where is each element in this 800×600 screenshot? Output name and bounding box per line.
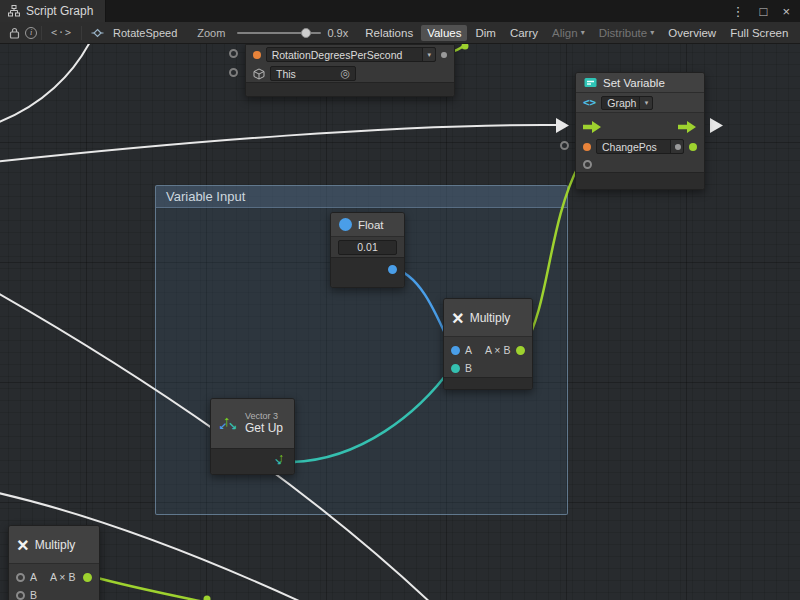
scope-label: Graph (607, 97, 636, 109)
input-port-b[interactable] (451, 364, 460, 373)
dim-button[interactable]: Dim (469, 25, 501, 41)
chevron-down-icon: ▾ (581, 28, 585, 37)
lock-icon[interactable] (4, 24, 25, 42)
control-wire[interactable] (0, 44, 92, 124)
vector3-icon: ↑ ↘ ↙ (219, 414, 239, 434)
output-port-ab[interactable] (516, 346, 525, 355)
control-wire[interactable] (0, 125, 556, 162)
node-header: × Multiply (9, 526, 99, 564)
graph-variable-kind-icon: <> (583, 96, 596, 109)
port-label: B (30, 589, 37, 600)
node-footer (246, 82, 454, 96)
graph-name-label: RotateSpeed (113, 27, 177, 39)
group-title: Variable Input (166, 189, 245, 204)
node-header: ↑ ↘ ↙ Vector 3 Get Up (211, 399, 294, 449)
bottom-multiply-output-wire[interactable] (90, 576, 214, 600)
maximize-icon[interactable]: □ (760, 4, 768, 19)
gameobject-cube-icon (253, 68, 265, 80)
window-title: Script Graph (26, 4, 93, 18)
multiply-icon: × (452, 308, 464, 328)
value-output-port[interactable] (441, 52, 447, 58)
output-port-ab[interactable] (83, 573, 92, 582)
zoom-slider[interactable] (237, 32, 321, 34)
node-title: Multiply (35, 538, 76, 552)
port-label: B (465, 362, 472, 374)
get-up-node[interactable]: ↑ ↘ ↙ Vector 3 Get Up ↑ ↘ (210, 398, 295, 475)
toolbar-divider (41, 26, 42, 40)
relations-button[interactable]: Relations (359, 25, 419, 41)
object-picker-icon[interactable]: ◎ (340, 67, 350, 80)
port-label: A × B (50, 571, 75, 583)
fullscreen-button[interactable]: Full Screen (724, 25, 794, 41)
graph-canvas[interactable]: Variable Input RotationDegrees (0, 44, 800, 600)
variable-scope-dropdown[interactable]: Graph ▾ (601, 96, 653, 110)
node-title: Multiply (470, 311, 511, 325)
info-icon[interactable]: i (25, 27, 37, 39)
port-label: A × B (485, 344, 510, 356)
node-footer: ↑ ↘ (211, 448, 294, 474)
set-variable-node[interactable]: Set Variable <> Graph ▾ ChangePos ▾ (575, 72, 705, 190)
variable-name-dropdown[interactable]: RotationDegreesPerSecond ▾ (266, 47, 437, 62)
variable-name-dropdown[interactable]: ChangePos ▾ (596, 139, 684, 154)
zoom-value: 0.9x (327, 27, 348, 39)
value-input-port[interactable] (229, 68, 238, 77)
chevron-down-icon: ▾ (650, 28, 654, 37)
script-graph-icon (8, 5, 20, 17)
get-variable-node[interactable]: RotationDegreesPerSecond ▾ This ◎ (245, 44, 455, 97)
group-header[interactable]: Variable Input (156, 186, 567, 208)
zoom-slider-handle[interactable] (301, 28, 311, 38)
chevron-down-icon: ▾ (639, 97, 652, 109)
tab-script-graph[interactable]: Script Graph (0, 0, 106, 22)
control-output-port[interactable] (678, 119, 697, 137)
control-output-triangle (710, 118, 723, 133)
node-title: Get Up (245, 422, 283, 436)
value-input-port[interactable] (229, 49, 238, 58)
node-header: × Multiply (444, 299, 532, 337)
target-object-field[interactable]: This ◎ (270, 66, 356, 81)
multiply-node[interactable]: × Multiply A A × B B (443, 298, 533, 390)
wire-end-dot (204, 596, 211, 600)
carry-button[interactable]: Carry (504, 25, 544, 41)
values-button[interactable]: Values (421, 25, 467, 41)
control-input-triangle (556, 118, 569, 133)
node-title: Set Variable (603, 77, 665, 89)
node-title: Float (358, 219, 384, 231)
float-literal-node[interactable]: Float 0.01 (330, 212, 405, 288)
overview-button[interactable]: Overview (662, 25, 722, 41)
set-variable-icon (584, 76, 597, 89)
control-input-port[interactable] (583, 119, 602, 137)
object-variable-icon (583, 143, 591, 151)
graph-toolbar: i <·> RotateSpeed Zoom 0.9x Relations Va… (0, 22, 800, 44)
variable-name: ChangePos (602, 141, 657, 153)
object-variable-icon (253, 51, 261, 59)
align-button[interactable]: Align▾ (546, 25, 591, 41)
more-menu-icon[interactable]: ⋮ (732, 4, 745, 19)
value-input-port[interactable] (583, 160, 592, 169)
float-value: 0.01 (357, 241, 377, 253)
value-output-port[interactable] (675, 144, 681, 150)
float-output-port[interactable] (388, 265, 397, 274)
float-type-icon (339, 218, 352, 231)
window-titlebar: Script Graph ⋮ □ × (0, 0, 800, 22)
vector3-output-port[interactable]: ↑ ↘ (273, 453, 289, 469)
port-label: A (30, 571, 37, 583)
node-footer (576, 172, 704, 189)
distribute-button[interactable]: Distribute▾ (593, 25, 661, 41)
float-value-input[interactable]: 0.01 (338, 240, 397, 255)
node-footer (444, 377, 532, 389)
target-object-label: This (276, 68, 296, 80)
input-port-a[interactable] (16, 573, 25, 582)
input-port-a[interactable] (451, 346, 460, 355)
multiply-icon: × (17, 535, 29, 555)
close-icon[interactable]: × (782, 4, 790, 19)
toolbar-divider (81, 26, 82, 40)
node-header: Set Variable (576, 73, 704, 93)
multiply-node-bottom[interactable]: × Multiply A A × B B (8, 525, 100, 600)
value-input-port[interactable] (560, 141, 569, 150)
wire-end-dot (462, 44, 469, 50)
connected-output-port[interactable] (689, 143, 697, 151)
input-port-b[interactable] (16, 591, 25, 600)
script-asset-icon[interactable]: <·> (46, 24, 77, 42)
node-header: Float (331, 213, 404, 237)
chevron-down-icon: ▾ (422, 48, 435, 61)
